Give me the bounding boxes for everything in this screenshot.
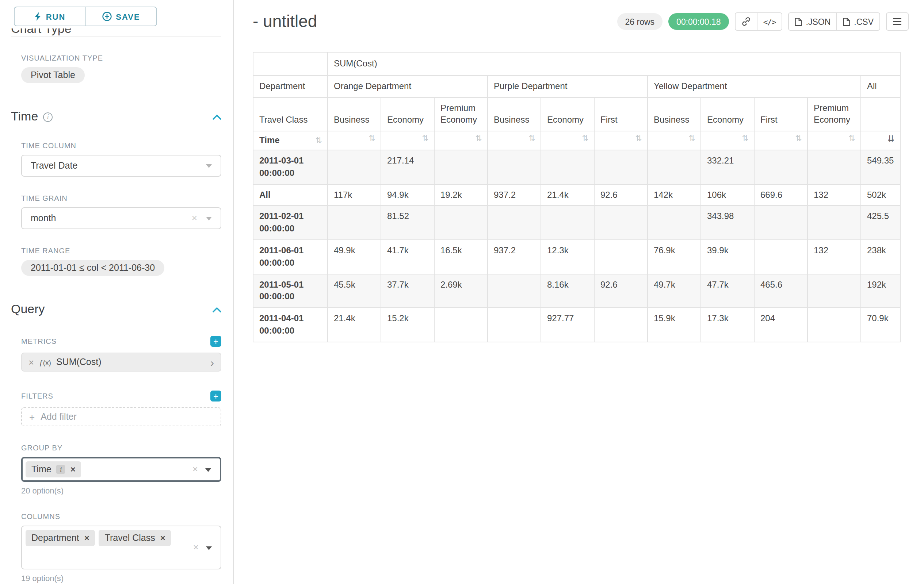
add-metric-button[interactable]: + [210, 336, 221, 347]
columns-control-group: COLUMNS Department × Travel Class × × 19… [11, 512, 221, 582]
pivot-value-cell: 937.2 [488, 240, 541, 274]
pivot-time-sort-cell[interactable]: Time⇅ [253, 131, 328, 150]
columns-tag[interactable]: Department × [26, 530, 95, 546]
pivot-value-cell [754, 206, 807, 240]
pivot-value-cell [488, 308, 541, 342]
pivot-sort-cell[interactable]: ⇅ [594, 131, 648, 150]
sort-icon[interactable]: ⇅ [689, 134, 695, 142]
visualization-type-control: VISUALIZATION TYPE Pivot Table [11, 54, 221, 83]
chevron-down-icon[interactable] [205, 468, 211, 472]
export-button-group: .JSON .CSV [789, 12, 880, 31]
time-range-value[interactable]: 2011-01-01 ≤ col < 2011-06-30 [21, 260, 164, 276]
save-button[interactable]: SAVE [85, 7, 157, 26]
pivot-value-cell: 92.6 [594, 184, 648, 206]
pivot-class-header: Premium Economy [434, 97, 488, 131]
pivot-value-cell [328, 206, 381, 240]
chevron-down-icon[interactable] [206, 546, 212, 550]
pivot-department-row: DepartmentOrange DepartmentPurple Depart… [253, 76, 900, 97]
chart-type-section-header[interactable]: Chart Type [11, 28, 221, 36]
pivot-class-header: Economy [541, 97, 594, 131]
control-panel-sidebar: RUN SAVE Chart Type VISUALIZATION TYPE P… [0, 0, 234, 584]
pivot-sort-cell[interactable]: ⇅ [541, 131, 594, 150]
pivot-value-cell: 238k [861, 240, 900, 274]
pivot-value-cell [807, 274, 861, 308]
add-filter-label: Add filter [41, 412, 77, 422]
pivot-sort-cell[interactable]: ⇅ [648, 131, 701, 150]
add-filter-plus-button[interactable]: + [210, 391, 221, 401]
menu-button[interactable] [886, 12, 909, 31]
pivot-value-cell: 332.21 [701, 150, 754, 184]
clear-icon[interactable]: × [193, 464, 198, 474]
pivot-sort-cell[interactable]: ⇅ [328, 131, 381, 150]
group-by-control[interactable]: Time i × × [21, 457, 221, 482]
pivot-value-cell: 92.6 [594, 274, 648, 308]
chevron-down-icon [206, 164, 212, 168]
add-filter-button[interactable]: + Add filter [21, 407, 221, 426]
time-column-select[interactable]: Travel Date [21, 155, 221, 177]
sort-icon[interactable]: ⇅ [849, 134, 855, 142]
clear-icon[interactable]: × [193, 542, 199, 553]
pivot-sort-cell[interactable]: ⇅ [807, 131, 861, 150]
visualization-type-value[interactable]: Pivot Table [21, 67, 85, 83]
metric-item[interactable]: × ƒ(x) SUM(Cost) › [21, 353, 221, 372]
pivot-value-cell: 132 [807, 240, 861, 274]
group-by-tag[interactable]: Time i × [26, 461, 81, 477]
pivot-value-cell: 19.2k [434, 184, 488, 206]
remove-metric-icon[interactable]: × [28, 357, 34, 368]
plus-icon: + [29, 411, 35, 422]
run-button[interactable]: RUN [14, 7, 85, 26]
save-button-label: SAVE [116, 12, 140, 21]
query-section-header[interactable]: Query [11, 302, 221, 317]
pivot-table-head: SUM(Cost)DepartmentOrange DepartmentPurp… [253, 52, 900, 150]
chart-title[interactable]: - untitled [253, 12, 317, 31]
remove-tag-icon[interactable]: × [71, 464, 76, 474]
pivot-class-row: Travel ClassBusinessEconomyPremium Econo… [253, 97, 900, 131]
sort-icon[interactable]: ⇅ [635, 134, 642, 142]
pivot-value-cell: 669.6 [754, 184, 807, 206]
pivot-value-cell: 37.7k [381, 274, 434, 308]
pivot-class-header: Business [488, 97, 541, 131]
time-grain-control: TIME GRAIN month × [11, 194, 221, 229]
columns-control[interactable]: Department × Travel Class × × [21, 526, 221, 569]
pivot-class-label: Travel Class [253, 97, 328, 131]
pivot-value-cell: 217.14 [381, 150, 434, 184]
sort-desc-icon[interactable]: ⇊ [887, 134, 894, 143]
time-section-header[interactable]: Time i [11, 110, 221, 124]
pivot-value-cell: 21.4k [328, 308, 381, 342]
export-csv-button[interactable]: .CSV [837, 12, 880, 31]
file-icon [843, 17, 850, 26]
remove-tag-icon[interactable]: × [160, 533, 165, 543]
export-json-button[interactable]: .JSON [789, 12, 837, 31]
copy-link-button[interactable] [735, 12, 757, 31]
filters-label: FILTERS [21, 392, 53, 400]
sort-icon[interactable]: ⇅ [529, 134, 535, 142]
clear-icon[interactable]: × [192, 212, 197, 224]
chevron-right-icon[interactable]: › [210, 357, 214, 368]
time-grain-select[interactable]: month × [21, 207, 221, 229]
sort-icon[interactable]: ⇅ [582, 134, 589, 142]
pivot-value-cell [594, 150, 648, 184]
remove-tag-icon[interactable]: × [84, 533, 89, 543]
embed-code-button[interactable]: </> [757, 12, 783, 31]
pivot-class-header: Business [328, 97, 381, 131]
sort-icon[interactable]: ⇅ [795, 134, 802, 142]
pivot-sort-cell[interactable]: ⇅ [488, 131, 541, 150]
columns-tag-label: Department [31, 533, 79, 543]
pivot-value-cell: 549.35 [861, 150, 900, 184]
query-timer-badge: 00:00:00.18 [668, 13, 729, 30]
sort-icon[interactable]: ⇅ [475, 134, 482, 142]
columns-tag[interactable]: Travel Class × [99, 530, 171, 546]
pivot-sort-cell[interactable]: ⇅ [381, 131, 434, 150]
pivot-sort-cell[interactable]: ⇅ [434, 131, 488, 150]
pivot-value-cell: 12.3k [541, 240, 594, 274]
pivot-sort-cell-all[interactable]: ⇊ [861, 131, 900, 150]
pivot-sort-cell[interactable]: ⇅ [754, 131, 807, 150]
sort-icon[interactable]: ⇅ [422, 134, 429, 142]
pivot-value-cell: 927.77 [541, 308, 594, 342]
pivot-value-cell: 937.2 [488, 184, 541, 206]
sort-icon[interactable]: ⇅ [742, 134, 749, 142]
sort-icon[interactable]: ⇅ [315, 137, 322, 145]
row-count-badge: 26 rows [617, 13, 663, 30]
sort-icon[interactable]: ⇅ [369, 134, 375, 142]
pivot-sort-cell[interactable]: ⇅ [701, 131, 754, 150]
